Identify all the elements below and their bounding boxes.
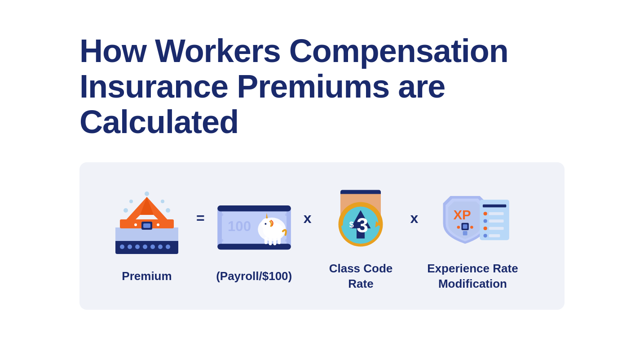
svg-point-19 [134,223,137,226]
svg-point-35 [220,214,223,217]
svg-rect-55 [489,212,504,215]
formula-item-classcode: $ 3 Class CodeRate [320,180,401,292]
svg-rect-61 [489,235,500,238]
svg-point-58 [484,227,487,230]
experience-icon: XP [432,180,513,252]
premium-label: Premium [122,269,172,284]
experience-label: Experience RateModification [427,261,518,292]
svg-rect-57 [489,220,504,223]
svg-point-20 [157,223,159,226]
svg-text:$: $ [349,221,354,230]
svg-point-51 [471,226,474,229]
operator-equals: = [187,210,214,227]
svg-rect-13 [143,223,150,228]
svg-point-15 [129,200,133,203]
svg-point-16 [166,208,170,213]
svg-rect-23 [217,205,291,211]
main-container: How Workers Compensation Insurance Premi… [53,15,591,328]
formula-item-premium: Premium [106,188,187,284]
svg-point-56 [484,219,487,223]
svg-point-60 [484,234,487,238]
svg-point-1 [120,245,124,249]
svg-point-38 [285,239,288,242]
svg-point-36 [285,214,288,217]
svg-text:3: 3 [357,214,368,237]
formula-section: Premium = 100 [79,162,565,310]
svg-point-3 [135,245,140,249]
svg-text:XP: XP [454,207,471,222]
svg-point-14 [124,208,128,213]
svg-rect-31 [273,238,276,245]
svg-rect-33 [265,237,268,244]
formula-item-experience: XP [427,180,518,292]
svg-rect-59 [489,227,504,230]
svg-text:100: 100 [228,219,251,235]
crown-icon [106,188,187,260]
svg-point-34 [265,223,266,225]
svg-rect-32 [278,237,281,244]
svg-point-2 [128,245,132,249]
operator-x2: x [401,210,427,227]
payroll-icon: 100 [214,188,295,260]
svg-point-54 [484,212,487,216]
svg-point-4 [143,245,147,249]
svg-rect-30 [269,238,272,245]
classcode-icon: $ 3 [320,180,401,252]
formula-item-payroll: 100 [214,188,295,284]
svg-rect-49 [463,224,468,229]
svg-point-7 [166,245,170,249]
svg-rect-62 [463,231,468,236]
svg-point-50 [457,226,460,229]
svg-point-5 [150,245,155,249]
page-title: How Workers Compensation Insurance Premi… [79,33,565,140]
classcode-label: Class CodeRate [329,261,393,292]
payroll-label: (Payroll/$100) [216,269,292,284]
svg-rect-24 [217,244,291,250]
operator-x1: x [295,210,321,227]
svg-rect-53 [483,205,506,208]
svg-point-37 [220,239,223,242]
svg-point-6 [158,245,163,249]
svg-point-17 [161,200,164,203]
svg-point-18 [145,192,149,196]
